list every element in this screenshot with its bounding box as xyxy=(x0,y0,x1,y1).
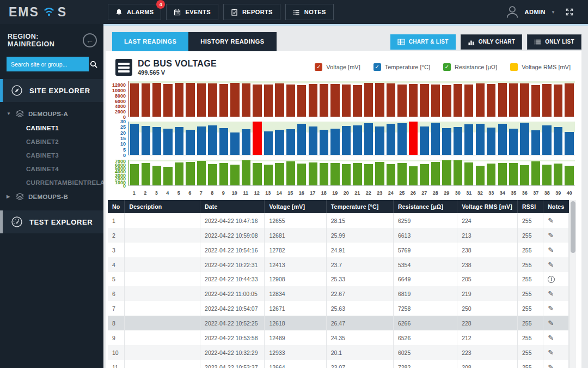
bar-resistance-5[interactable] xyxy=(175,162,183,185)
bar-voltage-7[interactable] xyxy=(197,83,206,117)
bar-resistance-35[interactable] xyxy=(509,163,518,185)
bar-voltage-30[interactable] xyxy=(454,84,462,117)
bar-resistance-28[interactable] xyxy=(431,162,440,185)
table-row[interactable]: 102022-04-22 10:32:291293320.16025223255… xyxy=(108,345,569,360)
collapse-sidebar-icon[interactable]: ← xyxy=(83,33,97,47)
bar-temperature-38[interactable] xyxy=(542,125,551,155)
bar-temperature-19[interactable] xyxy=(330,129,339,155)
bar-temperature-4[interactable] xyxy=(163,129,172,155)
bar-temperature-3[interactable] xyxy=(152,127,161,155)
bar-temperature-6[interactable] xyxy=(186,130,194,155)
caret-down-icon[interactable]: ▼ xyxy=(7,111,11,116)
bar-resistance-29[interactable] xyxy=(442,160,451,185)
search-button[interactable] xyxy=(89,57,98,71)
bar-temperature-18[interactable] xyxy=(320,130,328,155)
only-chart-button[interactable]: ONLY CHART xyxy=(461,34,522,50)
bar-voltage-28[interactable] xyxy=(431,85,440,117)
bar-resistance-30[interactable] xyxy=(454,160,462,185)
bar-temperature-22[interactable] xyxy=(364,123,373,155)
table-row[interactable]: 62022-04-22 11:00:051283422.676819219255… xyxy=(108,286,569,301)
reports-button[interactable]: REPORTS xyxy=(223,4,280,20)
legend-item[interactable]: ✓Resistance [μΩ] xyxy=(443,63,497,71)
caret-right-icon[interactable]: ▶ xyxy=(7,194,11,199)
tree-group-demoups-a[interactable]: ▼DEMOUPS-A xyxy=(0,106,103,121)
bar-resistance-27[interactable] xyxy=(420,164,428,185)
chart-and-list-button[interactable]: CHART & LIST xyxy=(390,34,456,50)
legend-item[interactable]: ✓Temperature [°C] xyxy=(373,63,430,71)
bar-resistance-23[interactable] xyxy=(375,162,384,185)
legend-item[interactable]: ✓Voltage [mV] xyxy=(315,63,360,71)
user-area[interactable]: ADMIN ▼ xyxy=(505,5,588,19)
bar-voltage-31[interactable] xyxy=(464,85,473,117)
alarm-bar-temperature-26[interactable] xyxy=(409,122,418,155)
tree-group-demoups-b[interactable]: ▶DEMOUPS-B xyxy=(0,189,103,204)
bar-resistance-3[interactable] xyxy=(152,166,161,185)
fullscreen-icon[interactable] xyxy=(565,8,574,16)
bar-voltage-21[interactable] xyxy=(353,85,362,117)
bar-resistance-12[interactable] xyxy=(253,163,261,185)
bar-temperature-28[interactable] xyxy=(431,123,440,155)
bar-temperature-11[interactable] xyxy=(242,129,250,155)
bar-voltage-15[interactable] xyxy=(286,85,295,117)
bar-resistance-36[interactable] xyxy=(520,165,529,185)
column-header[interactable]: Voltage [mV] xyxy=(265,200,326,213)
bar-temperature-36[interactable] xyxy=(520,123,529,155)
bar-voltage-16[interactable] xyxy=(297,85,306,117)
bar-temperature-24[interactable] xyxy=(387,124,395,155)
table-row[interactable]: 82022-04-22 10:52:251261826.476266228255… xyxy=(108,316,569,330)
bar-resistance-10[interactable] xyxy=(230,165,239,185)
bar-resistance-1[interactable] xyxy=(130,164,139,185)
note-edit-icon[interactable]: ✎ xyxy=(548,289,554,298)
bar-voltage-23[interactable] xyxy=(375,83,384,117)
alarm-bar-temperature-12[interactable] xyxy=(253,122,261,155)
table-row[interactable]: 42022-04-22 10:22:311241323.75354238255✎ xyxy=(108,257,569,272)
bar-voltage-11[interactable] xyxy=(242,83,250,117)
bar-voltage-2[interactable] xyxy=(142,83,150,117)
legend-checkbox[interactable]: ✓ xyxy=(443,63,451,71)
table-row[interactable]: 52022-04-22 10:44:331290825.336649205255… xyxy=(108,272,569,286)
bar-voltage-40[interactable] xyxy=(565,83,573,117)
bar-voltage-14[interactable] xyxy=(275,83,284,117)
only-list-button[interactable]: ONLY LIST xyxy=(527,34,581,50)
tree-site-cabinet3[interactable]: CABINET3 xyxy=(0,148,103,162)
column-header[interactable]: No xyxy=(108,200,125,213)
note-edit-icon[interactable]: ✎ xyxy=(548,246,554,254)
note-edit-icon[interactable]: ✎ xyxy=(548,216,554,225)
legend-checkbox[interactable]: ✓ xyxy=(373,63,381,71)
bar-voltage-3[interactable] xyxy=(152,83,161,117)
column-header[interactable]: Description xyxy=(125,200,200,213)
bar-voltage-33[interactable] xyxy=(487,84,495,117)
bar-temperature-23[interactable] xyxy=(375,126,384,155)
bar-resistance-4[interactable] xyxy=(163,167,172,185)
table-row[interactable]: 12022-04-22 10:47:161265528.156259224255… xyxy=(108,213,569,228)
bar-voltage-27[interactable] xyxy=(420,84,428,117)
bar-resistance-19[interactable] xyxy=(330,163,339,185)
bar-temperature-29[interactable] xyxy=(442,128,451,155)
note-edit-icon[interactable]: ✎ xyxy=(548,334,554,342)
note-edit-icon[interactable]: ✎ xyxy=(548,348,554,357)
bar-resistance-39[interactable] xyxy=(554,164,562,185)
bar-voltage-22[interactable] xyxy=(364,83,373,117)
bar-voltage-18[interactable] xyxy=(320,84,328,117)
bar-voltage-12[interactable] xyxy=(253,85,261,117)
bar-voltage-24[interactable] xyxy=(387,83,395,117)
bar-resistance-32[interactable] xyxy=(476,166,485,185)
column-header[interactable]: Date xyxy=(200,200,265,213)
table-row[interactable]: 112022-04-22 10:53:371266423.07728220825… xyxy=(108,360,569,368)
tree-site-currentambientrelays[interactable]: CURRENTAMBIENTRELAYS xyxy=(0,176,103,189)
table-row[interactable]: 92022-04-22 10:53:581248924.356526212255… xyxy=(108,330,569,345)
bar-voltage-37[interactable] xyxy=(531,85,540,117)
bar-resistance-13[interactable] xyxy=(264,165,273,185)
bar-temperature-7[interactable] xyxy=(197,126,206,155)
tab-history-readings[interactable]: HISTORY READINGS xyxy=(188,32,276,51)
bar-temperature-37[interactable] xyxy=(531,130,540,155)
sidebar-item-test-explorer[interactable]: TEST EXPLORER xyxy=(0,210,103,233)
bar-resistance-18[interactable] xyxy=(320,163,328,185)
note-edit-icon[interactable]: ✎ xyxy=(548,231,554,239)
bar-resistance-21[interactable] xyxy=(353,163,362,185)
bar-resistance-34[interactable] xyxy=(498,163,507,185)
column-header[interactable]: Temperature [°C] xyxy=(326,200,393,213)
bar-voltage-20[interactable] xyxy=(342,85,351,117)
bar-voltage-38[interactable] xyxy=(542,84,551,117)
bar-voltage-34[interactable] xyxy=(498,83,507,117)
